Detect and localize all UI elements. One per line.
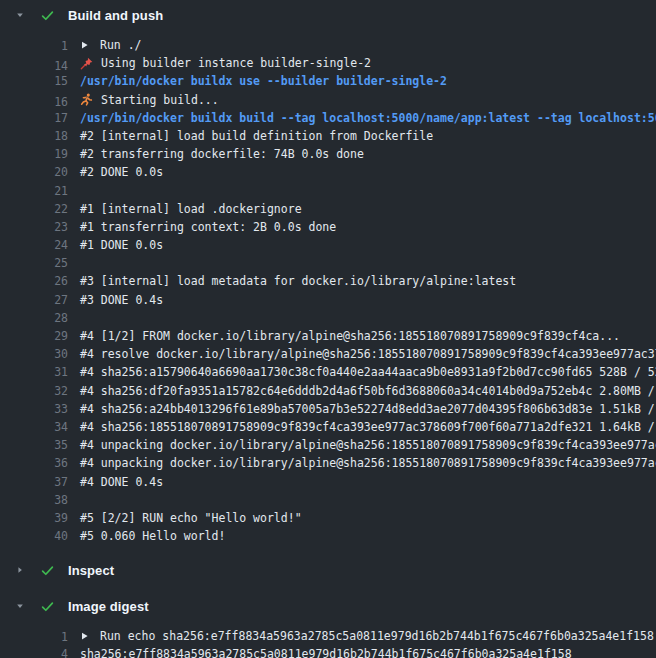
line-number[interactable]: 31 [0,363,68,381]
line-number[interactable]: 27 [0,291,68,309]
log-line: 31#4 sha256:a15790640a6690aa1730c38cf0a4… [0,363,656,381]
line-number[interactable]: 22 [0,200,68,218]
line-number[interactable]: 1 [0,628,68,646]
log-line: 33#4 sha256:a24bb4013296f61e89ba57005a7b… [0,400,656,418]
log-text-content: #4 unpacking docker.io/library/alpine@sh… [80,436,656,454]
line-number[interactable]: 15 [0,72,68,90]
check-success-icon [39,598,55,614]
check-success-icon [39,562,55,578]
log-line: 16Starting build... [0,91,656,109]
log-text-content: #4 sha256:df20fa9351a15782c64e6dddb2d4a6… [80,382,656,400]
line-number[interactable]: 29 [0,327,68,345]
line-number[interactable]: 26 [0,272,68,290]
log-text: #2 [internal] load build definition from… [68,127,433,145]
log-text: #4 resolve docker.io/library/alpine@sha2… [68,345,656,363]
line-number[interactable]: 17 [0,109,68,127]
log-line: 18#2 [internal] load build definition fr… [0,127,656,145]
log-text-content: #2 DONE 0.0s [80,163,163,181]
section-header-image-digest[interactable]: Image digest [0,591,656,621]
log-section-inspect: Inspect [0,555,656,591]
log-line: 20#2 DONE 0.0s [0,163,656,181]
log-line: 19#2 transferring dockerfile: 74B 0.0s d… [0,145,656,163]
line-number[interactable]: 21 [0,182,68,200]
log-line: 37#4 DONE 0.4s [0,473,656,491]
section-header-inspect[interactable]: Inspect [0,555,656,585]
line-number[interactable]: 25 [0,254,68,272]
log-text: #3 [internal] load metadata for docker.i… [68,272,516,290]
line-number[interactable]: 34 [0,418,68,436]
log-text-content: #4 sha256:a15790640a6690aa1730c38cf0a440… [80,363,656,381]
log-line: 34#4 sha256:185518070891758909c9f839cf4c… [0,418,656,436]
log-text-content: #3 DONE 0.4s [80,291,163,309]
section-title: Build and push [68,8,163,23]
log-text-content: Using builder instance builder-single-2 [101,54,371,72]
log-text-content: Run ./ [100,36,142,54]
check-success-icon [39,7,55,23]
line-number[interactable]: 19 [0,145,68,163]
line-number[interactable]: 35 [0,436,68,454]
log-text: #4 unpacking docker.io/library/alpine@sh… [68,454,656,472]
play-icon[interactable] [80,39,89,52]
log-text: #1 [internal] load .dockerignore [68,200,302,218]
log-line: 26#3 [internal] load metadata for docker… [0,272,656,290]
log-text-content: #4 unpacking docker.io/library/alpine@sh… [80,454,656,472]
log-line: 36#4 unpacking docker.io/library/alpine@… [0,454,656,472]
log-text: #1 transferring context: 2B 0.0s done [68,218,336,236]
log-text: #4 sha256:185518070891758909c9f839cf4ca3… [68,418,656,436]
log-line: 14Using builder instance builder-single-… [0,54,656,72]
line-number[interactable]: 28 [0,309,68,327]
runner-icon [80,93,93,106]
log-text: sha256:e7ff8834a5963a2785c5a0811e979d16b… [68,645,572,658]
log-line: 24#1 DONE 0.0s [0,236,656,254]
log-text: #2 DONE 0.0s [68,163,163,181]
section-title: Inspect [68,563,114,578]
log-text-content: Starting build... [101,91,219,109]
section-log-body: 1Run echo sha256:e7ff8834a5963a2785c5a08… [0,621,656,658]
log-line: 4sha256:e7ff8834a5963a2785c5a0811e979d16… [0,645,656,658]
play-icon[interactable] [80,630,89,643]
line-number[interactable]: 37 [0,473,68,491]
log-line: 29#4 [1/2] FROM docker.io/library/alpine… [0,327,656,345]
log-text-content: /usr/bin/docker buildx build --tag local… [80,109,656,127]
section-header-build-and-push[interactable]: Build and push [0,0,656,30]
line-number[interactable]: 38 [0,491,68,509]
section-log-body: 1Run ./14Using builder instance builder-… [0,30,656,555]
log-text-content: #1 DONE 0.0s [80,236,163,254]
line-number[interactable]: 18 [0,127,68,145]
log-line: 21 [0,182,656,200]
log-line: 15/usr/bin/docker buildx use --builder b… [0,72,656,90]
log-line: 1Run ./ [0,36,656,54]
log-text: #4 sha256:a15790640a6690aa1730c38cf0a440… [68,363,656,381]
line-number[interactable]: 39 [0,509,68,527]
log-text: Starting build... [68,91,219,109]
line-number[interactable]: 24 [0,236,68,254]
line-number[interactable]: 4 [0,645,68,658]
log-text-content: sha256:e7ff8834a5963a2785c5a0811e979d16b… [80,645,572,658]
log-text: #4 unpacking docker.io/library/alpine@sh… [68,436,656,454]
log-line: 28 [0,309,656,327]
log-line: 27#3 DONE 0.4s [0,291,656,309]
line-number[interactable]: 1 [0,37,68,55]
line-number[interactable]: 33 [0,400,68,418]
log-section-build-and-push: Build and push1Run ./14Using builder ins… [0,0,656,555]
log-line: 30#4 resolve docker.io/library/alpine@sh… [0,345,656,363]
line-number[interactable]: 32 [0,382,68,400]
log-line: 40#5 0.060 Hello world! [0,527,656,545]
line-number[interactable]: 20 [0,163,68,181]
log-text-content: #3 [internal] load metadata for docker.i… [80,272,516,290]
log-text: Run ./ [68,36,142,54]
log-line: 39#5 [2/2] RUN echo "Hello world!" [0,509,656,527]
log-text: #4 sha256:df20fa9351a15782c64e6dddb2d4a6… [68,382,656,400]
section-title: Image digest [68,599,149,614]
line-number[interactable]: 40 [0,527,68,545]
log-text-content: #4 resolve docker.io/library/alpine@sha2… [80,345,656,363]
line-number[interactable]: 23 [0,218,68,236]
log-line: 22#1 [internal] load .dockerignore [0,200,656,218]
log-line: 35#4 unpacking docker.io/library/alpine@… [0,436,656,454]
log-text-content: #5 [2/2] RUN echo "Hello world!" [80,509,302,527]
actions-log-viewer: Build and push1Run ./14Using builder ins… [0,0,656,658]
line-number[interactable]: 36 [0,454,68,472]
line-number[interactable]: 30 [0,345,68,363]
log-line: 32#4 sha256:df20fa9351a15782c64e6dddb2d4… [0,382,656,400]
log-text-content: #1 [internal] load .dockerignore [80,200,302,218]
